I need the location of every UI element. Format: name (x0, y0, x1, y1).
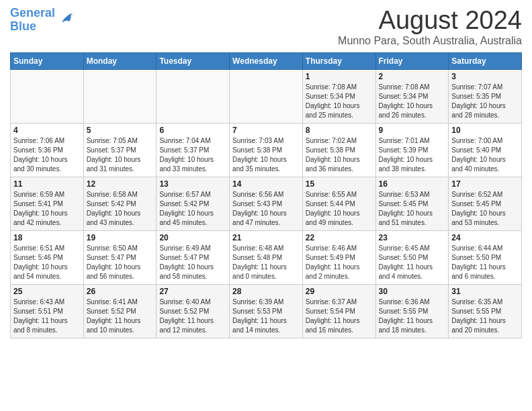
day-number: 11 (13, 179, 81, 189)
calendar-cell: 27Sunrise: 6:40 AM Sunset: 5:52 PM Dayli… (157, 284, 230, 338)
weekday-header-saturday: Saturday (449, 52, 522, 69)
day-info: Sunrise: 7:06 AM Sunset: 5:36 PM Dayligh… (13, 136, 81, 174)
day-number: 13 (159, 179, 226, 189)
day-info: Sunrise: 6:43 AM Sunset: 5:51 PM Dayligh… (13, 298, 81, 335)
day-number: 16 (379, 179, 446, 189)
weekday-header-tuesday: Tuesday (157, 52, 230, 69)
calendar-cell: 2Sunrise: 7:08 AM Sunset: 5:34 PM Daylig… (375, 69, 449, 123)
day-info: Sunrise: 7:08 AM Sunset: 5:34 PM Dayligh… (306, 83, 373, 120)
day-info: Sunrise: 7:01 AM Sunset: 5:39 PM Dayligh… (379, 136, 446, 174)
day-info: Sunrise: 6:36 AM Sunset: 5:55 PM Dayligh… (379, 298, 446, 335)
day-number: 29 (306, 287, 373, 296)
day-number: 2 (379, 72, 446, 81)
calendar-cell: 5Sunrise: 7:05 AM Sunset: 5:37 PM Daylig… (83, 123, 157, 177)
day-number: 9 (379, 126, 446, 135)
title-block: August 2024 Munno Para, South Australia,… (338, 7, 522, 47)
day-info: Sunrise: 6:35 AM Sunset: 5:55 PM Dayligh… (451, 298, 519, 335)
calendar-cell: 6Sunrise: 7:04 AM Sunset: 5:37 PM Daylig… (157, 123, 230, 177)
day-number: 26 (87, 287, 154, 296)
calendar-cell: 21Sunrise: 6:48 AM Sunset: 5:48 PM Dayli… (230, 230, 303, 284)
day-number: 23 (379, 233, 446, 242)
day-number: 27 (159, 287, 226, 296)
calendar-cell: 22Sunrise: 6:46 AM Sunset: 5:49 PM Dayli… (302, 230, 375, 284)
day-info: Sunrise: 6:39 AM Sunset: 5:53 PM Dayligh… (232, 298, 300, 335)
day-number: 20 (159, 233, 226, 242)
day-info: Sunrise: 6:50 AM Sunset: 5:47 PM Dayligh… (87, 244, 154, 281)
calendar-cell (11, 69, 84, 123)
day-number: 19 (87, 233, 154, 242)
calendar-cell: 24Sunrise: 6:44 AM Sunset: 5:50 PM Dayli… (449, 230, 522, 284)
calendar-cell: 10Sunrise: 7:00 AM Sunset: 5:40 PM Dayli… (449, 123, 522, 177)
day-number: 1 (306, 72, 373, 81)
page-subtitle: Munno Para, South Australia, Australia (338, 35, 522, 47)
calendar-cell: 4Sunrise: 7:06 AM Sunset: 5:36 PM Daylig… (11, 123, 84, 177)
calendar-cell: 11Sunrise: 6:59 AM Sunset: 5:41 PM Dayli… (11, 177, 84, 230)
calendar-cell: 23Sunrise: 6:45 AM Sunset: 5:50 PM Dayli… (375, 230, 449, 284)
day-info: Sunrise: 7:04 AM Sunset: 5:37 PM Dayligh… (159, 136, 226, 174)
weekday-header-wednesday: Wednesday (230, 52, 303, 69)
day-info: Sunrise: 6:49 AM Sunset: 5:47 PM Dayligh… (159, 244, 226, 281)
calendar-cell (230, 69, 303, 123)
day-number: 10 (451, 126, 519, 135)
day-info: Sunrise: 6:52 AM Sunset: 5:45 PM Dayligh… (451, 190, 519, 228)
calendar-header: SundayMondayTuesdayWednesdayThursdayFrid… (11, 52, 522, 69)
calendar-cell: 1Sunrise: 7:08 AM Sunset: 5:34 PM Daylig… (302, 69, 375, 123)
day-info: Sunrise: 7:03 AM Sunset: 5:38 PM Dayligh… (232, 136, 300, 174)
day-info: Sunrise: 7:08 AM Sunset: 5:34 PM Dayligh… (379, 83, 446, 120)
day-number: 31 (451, 287, 519, 296)
day-info: Sunrise: 6:56 AM Sunset: 5:43 PM Dayligh… (232, 190, 300, 228)
calendar-body: 1Sunrise: 7:08 AM Sunset: 5:34 PM Daylig… (11, 69, 522, 338)
day-info: Sunrise: 6:55 AM Sunset: 5:44 PM Dayligh… (306, 190, 373, 228)
day-info: Sunrise: 6:59 AM Sunset: 5:41 PM Dayligh… (13, 190, 81, 228)
calendar-cell: 31Sunrise: 6:35 AM Sunset: 5:55 PM Dayli… (449, 284, 522, 338)
day-info: Sunrise: 7:05 AM Sunset: 5:37 PM Dayligh… (87, 136, 154, 174)
day-info: Sunrise: 6:46 AM Sunset: 5:49 PM Dayligh… (306, 244, 373, 281)
calendar-cell: 28Sunrise: 6:39 AM Sunset: 5:53 PM Dayli… (230, 284, 303, 338)
day-info: Sunrise: 6:57 AM Sunset: 5:42 PM Dayligh… (159, 190, 226, 228)
weekday-header-sunday: Sunday (11, 52, 84, 69)
day-info: Sunrise: 7:07 AM Sunset: 5:35 PM Dayligh… (451, 83, 519, 120)
calendar-cell: 9Sunrise: 7:01 AM Sunset: 5:39 PM Daylig… (375, 123, 449, 177)
day-info: Sunrise: 6:40 AM Sunset: 5:52 PM Dayligh… (159, 298, 226, 335)
day-number: 6 (159, 126, 226, 135)
day-info: Sunrise: 6:48 AM Sunset: 5:48 PM Dayligh… (232, 244, 300, 281)
day-info: Sunrise: 6:44 AM Sunset: 5:50 PM Dayligh… (451, 244, 519, 281)
day-number: 14 (232, 179, 300, 189)
day-number: 18 (13, 233, 81, 242)
calendar-cell (157, 69, 230, 123)
calendar-cell: 25Sunrise: 6:43 AM Sunset: 5:51 PM Dayli… (11, 284, 84, 338)
calendar-cell (83, 69, 157, 123)
day-number: 15 (306, 179, 373, 189)
calendar-cell: 16Sunrise: 6:53 AM Sunset: 5:45 PM Dayli… (375, 177, 449, 230)
calendar-cell: 18Sunrise: 6:51 AM Sunset: 5:46 PM Dayli… (11, 230, 84, 284)
day-number: 12 (87, 179, 154, 189)
weekday-header-monday: Monday (83, 52, 157, 69)
page-header: GeneralBlue August 2024 Munno Para, Sout… (10, 7, 522, 47)
day-info: Sunrise: 7:02 AM Sunset: 5:38 PM Dayligh… (306, 136, 373, 174)
day-number: 24 (451, 233, 519, 242)
calendar-cell: 7Sunrise: 7:03 AM Sunset: 5:38 PM Daylig… (230, 123, 303, 177)
day-number: 28 (232, 287, 300, 296)
day-info: Sunrise: 7:00 AM Sunset: 5:40 PM Dayligh… (451, 136, 519, 174)
logo: GeneralBlue (10, 7, 76, 34)
calendar-table: SundayMondayTuesdayWednesdayThursdayFrid… (10, 52, 522, 338)
calendar-cell: 17Sunrise: 6:52 AM Sunset: 5:45 PM Dayli… (449, 177, 522, 230)
calendar-cell: 20Sunrise: 6:49 AM Sunset: 5:47 PM Dayli… (157, 230, 230, 284)
calendar-cell: 8Sunrise: 7:02 AM Sunset: 5:38 PM Daylig… (302, 123, 375, 177)
calendar-cell: 14Sunrise: 6:56 AM Sunset: 5:43 PM Dayli… (230, 177, 303, 230)
page-title: August 2024 (338, 7, 522, 35)
day-number: 21 (232, 233, 300, 242)
day-number: 4 (13, 126, 81, 135)
weekday-header-thursday: Thursday (302, 52, 375, 69)
day-info: Sunrise: 6:51 AM Sunset: 5:46 PM Dayligh… (13, 244, 81, 281)
logo-text: GeneralBlue (10, 7, 55, 34)
calendar-cell: 26Sunrise: 6:41 AM Sunset: 5:52 PM Dayli… (83, 284, 157, 338)
day-info: Sunrise: 6:41 AM Sunset: 5:52 PM Dayligh… (87, 298, 154, 335)
calendar-cell: 15Sunrise: 6:55 AM Sunset: 5:44 PM Dayli… (302, 177, 375, 230)
calendar-cell: 29Sunrise: 6:37 AM Sunset: 5:54 PM Dayli… (302, 284, 375, 338)
calendar-cell: 30Sunrise: 6:36 AM Sunset: 5:55 PM Dayli… (375, 284, 449, 338)
calendar-cell: 12Sunrise: 6:58 AM Sunset: 5:42 PM Dayli… (83, 177, 157, 230)
logo-bird-icon (57, 9, 76, 28)
calendar-cell: 19Sunrise: 6:50 AM Sunset: 5:47 PM Dayli… (83, 230, 157, 284)
day-info: Sunrise: 6:53 AM Sunset: 5:45 PM Dayligh… (379, 190, 446, 228)
